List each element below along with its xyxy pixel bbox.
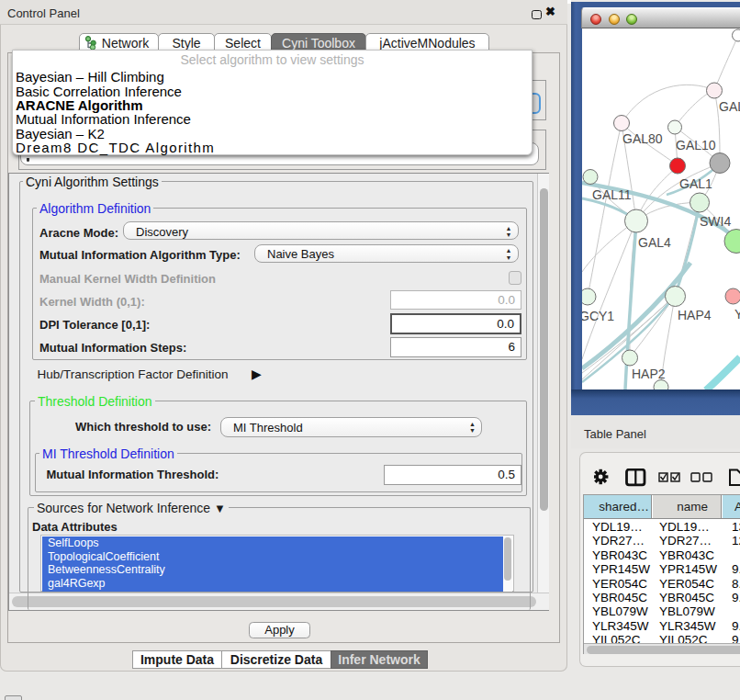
svg-text:HAP4: HAP4 (678, 308, 712, 322)
svg-text:SWI4: SWI4 (700, 214, 731, 229)
svg-text:GAL10: GAL10 (676, 138, 716, 152)
svg-text:GAL4: GAL4 (638, 235, 671, 250)
svg-text:GAL80: GAL80 (622, 131, 663, 146)
svg-text:HAP2: HAP2 (632, 367, 666, 381)
svg-text:GCY1: GCY1 (582, 309, 614, 323)
svg-text:GAL1: GAL1 (679, 176, 712, 191)
svg-text:GAL11: GAL11 (592, 187, 632, 202)
svg-text:Y: Y (734, 307, 740, 322)
svg-text:GAL7: GAL7 (719, 99, 740, 114)
